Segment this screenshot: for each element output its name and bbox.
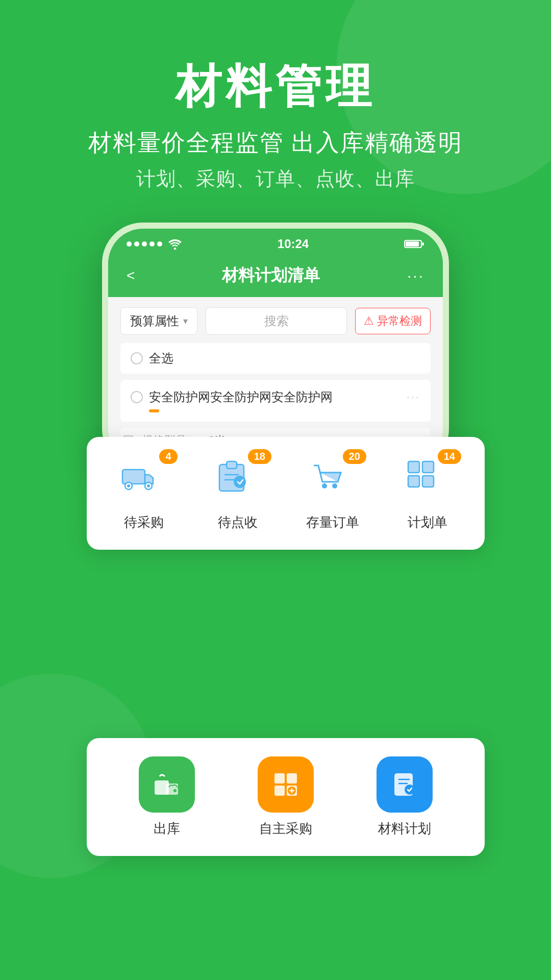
item-title: 安全防护网安全防护网安全防护网 — [149, 389, 333, 405]
floating-action-card-top: 4 待采购 18 待点收 — [87, 437, 485, 550]
item-more-button[interactable]: ··· — [407, 390, 420, 404]
action-item-outbound[interactable]: 出库 — [139, 756, 195, 838]
plan-list-label: 计划单 — [408, 513, 447, 531]
action-item-self-purchase[interactable]: 自主采购 — [258, 756, 314, 838]
svg-point-0 — [174, 248, 177, 250]
list-item-header: 安全防护网安全防护网安全防护网 ··· — [131, 389, 420, 405]
pending-purchase-label: 待采购 — [124, 513, 164, 531]
phone-status-bar: 10:24 — [108, 229, 443, 256]
plan-list-icon-wrapper: 14 — [402, 455, 453, 506]
action-item-pending-receive[interactable]: 18 待点收 — [212, 455, 263, 531]
svg-rect-3 — [422, 242, 424, 246]
svg-rect-22 — [422, 461, 434, 473]
item-tag — [149, 409, 159, 412]
list-item[interactable]: 安全防护网安全防护网安全防护网 ··· — [120, 380, 431, 422]
signal-dot — [134, 241, 139, 247]
subtitle2: 计划、采购、订单、点收、出库 — [0, 166, 551, 192]
signal-indicator — [127, 238, 182, 250]
outbound-label: 出库 — [154, 820, 180, 838]
battery-icon — [404, 238, 424, 250]
nav-title: 材料计划清单 — [222, 264, 320, 287]
clipboard-icon — [212, 455, 253, 496]
svg-rect-30 — [274, 786, 285, 796]
filter-row: 预算属性 ▾ 搜索 ⚠ 异常检测 — [120, 307, 431, 335]
svg-rect-29 — [287, 773, 297, 783]
svg-rect-13 — [227, 461, 237, 469]
signal-dot — [127, 241, 132, 247]
pending-receive-icon-wrapper: 18 — [212, 455, 263, 506]
action-item-material-plan[interactable]: 材料计划 — [377, 756, 433, 838]
svg-point-19 — [322, 483, 327, 488]
action-item-stock-order[interactable]: 20 存量订单 — [306, 455, 359, 531]
pending-purchase-icon-wrapper: 4 — [118, 455, 169, 506]
material-plan-icon — [377, 756, 433, 813]
action-item-pending-purchase[interactable]: 4 待采购 — [118, 455, 169, 531]
item-title-row: 安全防护网安全防护网安全防护网 — [131, 389, 333, 405]
phone-mockup-area: 10:24 < 材料计划清单 ··· — [0, 223, 551, 470]
svg-point-27 — [173, 789, 177, 792]
truck-icon — [118, 455, 159, 496]
signal-dot — [149, 241, 155, 247]
svg-rect-21 — [408, 461, 419, 473]
pending-receive-badge: 18 — [248, 449, 271, 464]
signal-dot — [142, 241, 147, 247]
select-all-row[interactable]: 全选 — [120, 343, 431, 374]
more-button[interactable]: ··· — [407, 267, 424, 284]
select-all-radio[interactable] — [131, 352, 143, 364]
plan-list-badge: 14 — [438, 449, 461, 464]
svg-rect-2 — [406, 241, 419, 247]
outbound-icon — [139, 756, 195, 813]
pending-purchase-badge: 4 — [159, 449, 178, 464]
status-time: 10:24 — [278, 237, 309, 251]
grid-icon — [402, 455, 443, 496]
stock-order-label: 存量订单 — [306, 513, 359, 531]
cart-icon — [307, 455, 348, 496]
floating-action-card-bottom: 出库 自主采购 — [87, 738, 485, 856]
status-icons — [404, 238, 424, 250]
wifi-icon — [168, 238, 182, 250]
self-purchase-icon — [258, 756, 314, 813]
stock-order-badge: 20 — [343, 449, 366, 464]
svg-rect-24 — [422, 476, 434, 487]
subtitle1: 材料量价全程监管 出入库精确透明 — [0, 127, 551, 159]
pending-receive-label: 待点收 — [218, 513, 258, 531]
anomaly-detect-button[interactable]: ⚠ 异常检测 — [355, 308, 431, 334]
stock-order-icon-wrapper: 20 — [307, 455, 358, 506]
svg-point-10 — [127, 484, 130, 487]
item-radio[interactable] — [131, 391, 143, 403]
warning-icon: ⚠ — [364, 314, 374, 328]
svg-point-20 — [332, 483, 337, 488]
phone-frame: 10:24 < 材料计划清单 ··· — [102, 223, 449, 470]
select-all-label: 全选 — [149, 350, 173, 366]
self-purchase-label: 自主采购 — [259, 820, 312, 838]
budget-filter-button[interactable]: 预算属性 ▾ — [120, 307, 197, 335]
svg-point-16 — [234, 476, 246, 488]
material-plan-label: 材料计划 — [378, 820, 431, 838]
svg-rect-7 — [122, 470, 145, 484]
svg-rect-28 — [274, 773, 285, 783]
phone-nav-bar: < 材料计划清单 ··· — [108, 256, 443, 297]
signal-dot — [157, 241, 162, 247]
svg-point-11 — [147, 484, 150, 487]
main-title: 材料管理 — [0, 61, 551, 112]
chevron-down-icon: ▾ — [183, 315, 188, 327]
back-button[interactable]: < — [127, 267, 135, 284]
header-area: 材料管理 材料量价全程监管 出入库精确透明 计划、采购、订单、点收、出库 — [0, 0, 551, 192]
action-item-plan-list[interactable]: 14 计划单 — [402, 455, 453, 531]
svg-rect-23 — [408, 476, 419, 487]
search-input[interactable]: 搜索 — [206, 307, 347, 335]
